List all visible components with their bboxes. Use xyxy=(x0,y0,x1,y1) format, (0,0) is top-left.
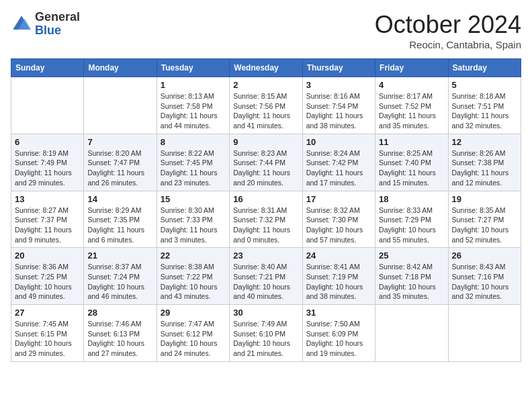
logo-icon xyxy=(11,13,32,35)
calendar-cell: 3Sunrise: 8:16 AMSunset: 7:54 PMDaylight… xyxy=(302,77,375,134)
location: Reocin, Cantabria, Spain xyxy=(375,39,521,50)
title-block: October 2024 Reocin, Cantabria, Spain xyxy=(375,11,521,50)
day-info: Sunrise: 8:23 AMSunset: 7:44 PMDaylight:… xyxy=(233,148,298,188)
calendar-week-row: 27Sunrise: 7:45 AMSunset: 6:15 PMDayligh… xyxy=(11,305,521,362)
day-info: Sunrise: 8:40 AMSunset: 7:21 PMDaylight:… xyxy=(233,262,298,302)
weekday-header: Friday xyxy=(375,59,448,77)
day-number: 1 xyxy=(161,80,226,90)
weekday-header: Saturday xyxy=(448,59,521,77)
day-info: Sunrise: 7:50 AMSunset: 6:09 PMDaylight:… xyxy=(306,319,371,359)
day-info: Sunrise: 8:26 AMSunset: 7:38 PMDaylight:… xyxy=(452,148,517,188)
calendar-cell: 26Sunrise: 8:43 AMSunset: 7:16 PMDayligh… xyxy=(448,248,521,305)
logo: General Blue xyxy=(11,11,80,38)
day-info: Sunrise: 8:18 AMSunset: 7:51 PMDaylight:… xyxy=(452,91,517,131)
day-number: 27 xyxy=(15,308,80,318)
calendar-week-row: 6Sunrise: 8:19 AMSunset: 7:49 PMDaylight… xyxy=(11,134,521,191)
day-info: Sunrise: 8:15 AMSunset: 7:56 PMDaylight:… xyxy=(233,91,298,131)
calendar-cell xyxy=(11,77,84,134)
calendar-cell xyxy=(448,305,521,362)
logo-blue: Blue xyxy=(35,24,80,38)
logo-text: General Blue xyxy=(35,11,80,38)
day-info: Sunrise: 8:37 AMSunset: 7:24 PMDaylight:… xyxy=(87,262,152,302)
day-info: Sunrise: 8:35 AMSunset: 7:27 PMDaylight:… xyxy=(452,205,517,245)
calendar-header-row: SundayMondayTuesdayWednesdayThursdayFrid… xyxy=(11,59,521,77)
calendar-cell: 22Sunrise: 8:38 AMSunset: 7:22 PMDayligh… xyxy=(157,248,229,305)
day-number: 31 xyxy=(306,308,371,318)
calendar-week-row: 1Sunrise: 8:13 AMSunset: 7:58 PMDaylight… xyxy=(11,77,521,134)
day-number: 21 xyxy=(87,250,152,261)
day-info: Sunrise: 8:27 AMSunset: 7:37 PMDaylight:… xyxy=(15,205,80,245)
day-number: 6 xyxy=(15,137,80,147)
day-info: Sunrise: 8:17 AMSunset: 7:52 PMDaylight:… xyxy=(379,91,444,131)
day-number: 15 xyxy=(161,194,226,204)
day-info: Sunrise: 8:20 AMSunset: 7:47 PMDaylight:… xyxy=(87,148,152,188)
calendar-cell: 4Sunrise: 8:17 AMSunset: 7:52 PMDaylight… xyxy=(375,77,448,134)
calendar-cell: 25Sunrise: 8:42 AMSunset: 7:18 PMDayligh… xyxy=(375,248,448,305)
calendar-cell: 9Sunrise: 8:23 AMSunset: 7:44 PMDaylight… xyxy=(230,134,302,191)
day-number: 2 xyxy=(233,80,298,90)
calendar-cell: 31Sunrise: 7:50 AMSunset: 6:09 PMDayligh… xyxy=(302,305,375,362)
calendar-cell: 16Sunrise: 8:31 AMSunset: 7:32 PMDayligh… xyxy=(230,191,302,248)
calendar-cell: 10Sunrise: 8:24 AMSunset: 7:42 PMDayligh… xyxy=(302,134,375,191)
day-number: 25 xyxy=(379,250,444,261)
day-number: 12 xyxy=(452,137,517,147)
day-info: Sunrise: 8:30 AMSunset: 7:33 PMDaylight:… xyxy=(161,205,226,245)
day-number: 28 xyxy=(87,308,152,318)
day-number: 16 xyxy=(233,194,298,204)
calendar-week-row: 13Sunrise: 8:27 AMSunset: 7:37 PMDayligh… xyxy=(11,191,521,248)
day-info: Sunrise: 8:29 AMSunset: 7:35 PMDaylight:… xyxy=(87,205,152,245)
day-number: 24 xyxy=(306,250,371,261)
day-info: Sunrise: 8:32 AMSunset: 7:30 PMDaylight:… xyxy=(306,205,371,245)
calendar-cell: 19Sunrise: 8:35 AMSunset: 7:27 PMDayligh… xyxy=(448,191,521,248)
calendar-cell: 1Sunrise: 8:13 AMSunset: 7:58 PMDaylight… xyxy=(157,77,229,134)
day-number: 7 xyxy=(87,137,152,147)
day-info: Sunrise: 8:31 AMSunset: 7:32 PMDaylight:… xyxy=(233,205,298,245)
day-number: 13 xyxy=(15,194,80,204)
day-number: 22 xyxy=(161,250,226,261)
calendar-cell: 12Sunrise: 8:26 AMSunset: 7:38 PMDayligh… xyxy=(448,134,521,191)
day-number: 9 xyxy=(233,137,298,147)
day-info: Sunrise: 7:45 AMSunset: 6:15 PMDaylight:… xyxy=(15,319,80,359)
day-info: Sunrise: 7:49 AMSunset: 6:10 PMDaylight:… xyxy=(233,319,298,359)
calendar-cell: 27Sunrise: 7:45 AMSunset: 6:15 PMDayligh… xyxy=(11,305,84,362)
day-info: Sunrise: 8:33 AMSunset: 7:29 PMDaylight:… xyxy=(379,205,444,245)
day-number: 18 xyxy=(379,194,444,204)
day-info: Sunrise: 8:43 AMSunset: 7:16 PMDaylight:… xyxy=(452,262,517,302)
calendar-cell: 29Sunrise: 7:47 AMSunset: 6:12 PMDayligh… xyxy=(157,305,229,362)
calendar-week-row: 20Sunrise: 8:36 AMSunset: 7:25 PMDayligh… xyxy=(11,248,521,305)
weekday-header: Tuesday xyxy=(157,59,229,77)
calendar-cell: 23Sunrise: 8:40 AMSunset: 7:21 PMDayligh… xyxy=(230,248,302,305)
day-number: 30 xyxy=(233,308,298,318)
day-number: 4 xyxy=(379,80,444,90)
day-info: Sunrise: 8:36 AMSunset: 7:25 PMDaylight:… xyxy=(15,262,80,302)
day-info: Sunrise: 8:25 AMSunset: 7:40 PMDaylight:… xyxy=(379,148,444,188)
calendar-cell: 28Sunrise: 7:46 AMSunset: 6:13 PMDayligh… xyxy=(84,305,157,362)
day-number: 10 xyxy=(306,137,371,147)
calendar-cell: 5Sunrise: 8:18 AMSunset: 7:51 PMDaylight… xyxy=(448,77,521,134)
calendar-cell: 7Sunrise: 8:20 AMSunset: 7:47 PMDaylight… xyxy=(84,134,157,191)
day-number: 5 xyxy=(452,80,517,90)
calendar-cell: 6Sunrise: 8:19 AMSunset: 7:49 PMDaylight… xyxy=(11,134,84,191)
calendar-cell: 18Sunrise: 8:33 AMSunset: 7:29 PMDayligh… xyxy=(375,191,448,248)
day-number: 26 xyxy=(452,250,517,261)
logo-general: General xyxy=(35,11,80,24)
calendar-cell xyxy=(84,77,157,134)
month-title: October 2024 xyxy=(375,11,521,39)
day-number: 20 xyxy=(15,250,80,261)
calendar-cell: 20Sunrise: 8:36 AMSunset: 7:25 PMDayligh… xyxy=(11,248,84,305)
day-info: Sunrise: 8:41 AMSunset: 7:19 PMDaylight:… xyxy=(306,262,371,302)
day-number: 14 xyxy=(87,194,152,204)
day-number: 23 xyxy=(233,250,298,261)
page-header: General Blue October 2024 Reocin, Cantab… xyxy=(11,11,521,50)
calendar-cell xyxy=(375,305,448,362)
calendar-cell: 11Sunrise: 8:25 AMSunset: 7:40 PMDayligh… xyxy=(375,134,448,191)
day-info: Sunrise: 7:47 AMSunset: 6:12 PMDaylight:… xyxy=(161,319,226,359)
calendar-cell: 8Sunrise: 8:22 AMSunset: 7:45 PMDaylight… xyxy=(157,134,229,191)
calendar-cell: 14Sunrise: 8:29 AMSunset: 7:35 PMDayligh… xyxy=(84,191,157,248)
weekday-header: Sunday xyxy=(11,59,84,77)
day-info: Sunrise: 7:46 AMSunset: 6:13 PMDaylight:… xyxy=(87,319,152,359)
day-info: Sunrise: 8:19 AMSunset: 7:49 PMDaylight:… xyxy=(15,148,80,188)
calendar-cell: 17Sunrise: 8:32 AMSunset: 7:30 PMDayligh… xyxy=(302,191,375,248)
day-number: 3 xyxy=(306,80,371,90)
day-number: 19 xyxy=(452,194,517,204)
